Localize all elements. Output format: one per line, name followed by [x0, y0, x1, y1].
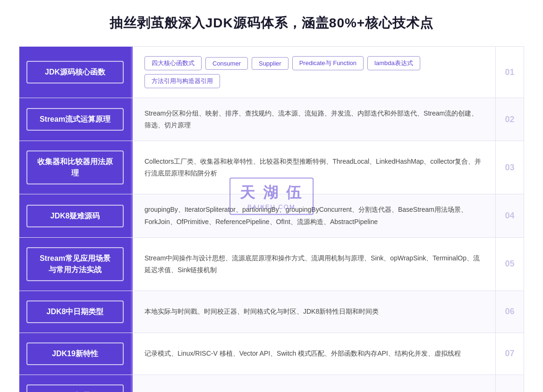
right-cell-08: 08	[495, 375, 524, 392]
middle-cell-04: groupingBy、IteratorSpliterator、partionin…	[133, 194, 495, 237]
table-row: Stream流式运算原理Stream分区和分组、映射、排序、查找规约、流本源、流…	[19, 98, 524, 141]
row-content: groupingBy、IteratorSpliterator、partionin…	[144, 204, 484, 227]
middle-cell-01: 四大核心函数式ConsumerSupplierPredicate与 Functi…	[133, 47, 495, 98]
left-cell-title: JDK源码核心函数	[26, 61, 124, 83]
left-cell-03: 收集器和比较器用法原理	[19, 141, 133, 194]
row-number: 02	[505, 115, 514, 125]
left-cell-title: JDK拓展	[26, 384, 124, 392]
row-content: Stream中间操作与设计思想、流源底层原理和操作方式、流调用机制与原理、Sin…	[144, 252, 484, 276]
content-table: JDK源码核心函数四大核心函数式ConsumerSupplierPredicat…	[19, 46, 524, 392]
right-cell-02: 02	[495, 98, 524, 141]
left-cell-06: JDK8中日期类型	[19, 291, 133, 333]
row-number: 07	[505, 349, 514, 359]
left-cell-05: Stream常见应用场景与常用方法实战	[19, 238, 133, 291]
tag-item: lambda表达式	[367, 56, 420, 70]
row-content: Collectors工厂类、收集器和枚举特性、比较器和类型推断特例、Thread…	[144, 156, 484, 179]
row-number: 01	[505, 67, 514, 77]
middle-cell-02: Stream分区和分组、映射、排序、查找规约、流本源、流短路、并发流、内部迭代和…	[133, 98, 495, 141]
row-number: 04	[505, 211, 514, 221]
row-content: 类加载、实战运用心得、经典面试题、面试心得等	[144, 390, 290, 392]
middle-cell-07: 记录模式、Linux/RISC-V 移植、Vector API、Switch 模…	[133, 333, 495, 375]
left-cell-title: JDK19新特性	[26, 342, 124, 365]
row-content: 本地实际与时间戳、时间校正器、时间格式化与时区、JDK8新特性日期和时间类	[144, 306, 379, 317]
right-cell-06: 06	[495, 291, 524, 333]
row-content: 记录模式、Linux/RISC-V 移植、Vector API、Switch 模…	[144, 348, 461, 359]
page-wrapper: 抽丝剥茧般深入JDK源码体系，涵盖80%+核心技术点 JDK源码核心函数四大核心…	[0, 0, 543, 392]
tag-item: Consumer	[205, 57, 248, 70]
left-cell-title: Stream常见应用场景与常用方法实战	[26, 247, 124, 281]
tag-item: Supplier	[252, 57, 288, 70]
left-cell-title: Stream流式运算原理	[26, 108, 124, 131]
table-row: 收集器和比较器用法原理Collectors工厂类、收集器和枚举特性、比较器和类型…	[19, 141, 524, 194]
table-row: JDK8中日期类型本地实际与时间戳、时间校正器、时间格式化与时区、JDK8新特性…	[19, 291, 524, 333]
table-row: JDK拓展类加载、实战运用心得、经典面试题、面试心得等08	[19, 375, 524, 392]
left-cell-07: JDK19新特性	[19, 333, 133, 375]
left-cell-04: JDK8疑难源码	[19, 194, 133, 237]
middle-cell-08: 类加载、实战运用心得、经典面试题、面试心得等	[133, 375, 495, 392]
table-row: JDK19新特性记录模式、Linux/RISC-V 移植、Vector API、…	[19, 333, 524, 375]
left-cell-01: JDK源码核心函数	[19, 47, 133, 98]
left-cell-title: JDK8疑难源码	[26, 205, 124, 227]
left-cell-title: 收集器和比较器用法原理	[26, 150, 124, 184]
row-number: 06	[505, 307, 514, 317]
table-row: JDK8疑难源码groupingBy、IteratorSpliterator、p…	[19, 194, 524, 237]
row-content: Stream分区和分组、映射、排序、查找规约、流本源、流短路、并发流、内部迭代和…	[144, 108, 484, 131]
tag-item: 方法引用与构造器引用	[144, 74, 220, 88]
middle-cell-03: Collectors工厂类、收集器和枚举特性、比较器和类型推断特例、Thread…	[133, 141, 495, 194]
right-cell-01: 01	[495, 47, 524, 98]
tag-item: 四大核心函数式	[144, 56, 202, 70]
middle-cell-05: Stream中间操作与设计思想、流源底层原理和操作方式、流调用机制与原理、Sin…	[133, 238, 495, 291]
page-title: 抽丝剥茧般深入JDK源码体系，涵盖80%+核心技术点	[19, 14, 524, 32]
row-number: 05	[505, 259, 514, 269]
table-row: Stream常见应用场景与常用方法实战Stream中间操作与设计思想、流源底层原…	[19, 237, 524, 291]
tags-container: 四大核心函数式ConsumerSupplierPredicate与 Functi…	[144, 56, 484, 88]
row-number: 03	[505, 163, 514, 173]
right-cell-04: 04	[495, 194, 524, 237]
right-cell-03: 03	[495, 141, 524, 194]
middle-cell-06: 本地实际与时间戳、时间校正器、时间格式化与时区、JDK8新特性日期和时间类	[133, 291, 495, 333]
right-cell-07: 07	[495, 333, 524, 375]
left-cell-08: JDK拓展	[19, 375, 133, 392]
right-cell-05: 05	[495, 238, 524, 291]
tag-item: Predicate与 Function	[292, 56, 364, 70]
left-cell-title: JDK8中日期类型	[26, 300, 124, 323]
left-cell-02: Stream流式运算原理	[19, 98, 133, 141]
table-row: JDK源码核心函数四大核心函数式ConsumerSupplierPredicat…	[19, 46, 524, 98]
